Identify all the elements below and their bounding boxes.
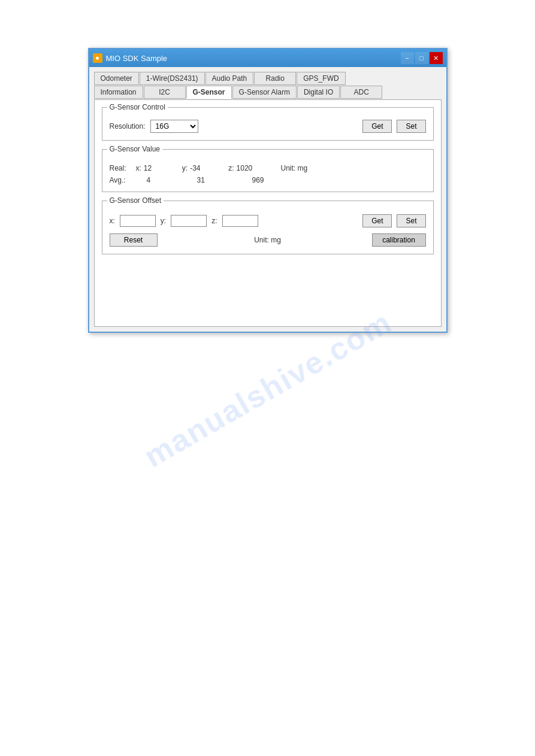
real-y-label: y: [182,164,188,172]
offset-z-input[interactable] [222,215,258,227]
offset-unit-label: Unit: mg [254,236,281,244]
avg-z-value: 969 [252,176,276,184]
tab-gps-fwd[interactable]: GPS_FWD [297,72,345,85]
avg-y-group: 31 [197,176,221,184]
real-z-value: 1020 [237,164,261,172]
resolution-select[interactable]: 2G 4G 8G 16G [150,120,198,133]
window-body: Odometer 1-Wire(DS2431) Audio Path Radio… [89,67,446,332]
gsensor-offset-title: G-Sensor Offset [107,196,164,205]
real-y-value: -34 [190,164,214,172]
real-y-group: y: -34 [182,164,214,172]
close-button[interactable]: ✕ [430,52,443,64]
offset-x-label: x: [110,217,115,225]
tab-row-2: Information I2C G-Sensor G-Sensor Alarm … [94,86,442,99]
offset-z-label: z: [211,217,217,225]
title-bar: ■ MIO SDK Sample − □ ✕ [89,49,446,67]
avg-z-group: 969 [252,176,276,184]
gsensor-offset-group: G-Sensor Offset x: y: z: Get Set Reset U… [102,201,434,254]
tab-digital-io[interactable]: Digital IO [297,86,340,99]
real-x-label: x: [136,164,141,172]
resolution-row: Resolution: 2G 4G 8G 16G Get Set [110,120,426,133]
tab-i2c[interactable]: I2C [144,86,186,99]
tab-gsensor-alarm[interactable]: G-Sensor Alarm [232,86,297,99]
title-bar-left: ■ MIO SDK Sample [93,53,168,63]
tab-odometer[interactable]: Odometer [94,72,139,85]
gsensor-value-group: G-Sensor Value Real: x: 12 y: -34 z: 102… [102,149,434,192]
unit-group: Unit: mg [248,236,281,244]
tab-audio-path[interactable]: Audio Path [205,72,254,85]
avg-value-row: Avg.: 4 31 969 [110,176,426,184]
offset-x-input[interactable] [120,215,156,227]
reset-row: Reset Unit: mg calibration [110,233,426,247]
reset-button[interactable]: Reset [110,233,158,247]
real-z-group: z: 1020 [228,164,260,172]
main-window: ■ MIO SDK Sample − □ ✕ Odometer 1-Wire(D… [88,48,448,333]
app-icon: ■ [93,53,102,63]
tab-information[interactable]: Information [94,86,143,99]
offset-input-row: x: y: z: Get Set [110,214,426,227]
minimize-button[interactable]: − [401,52,414,64]
window-title: MIO SDK Sample [106,54,168,63]
gsensor-control-group: G-Sensor Control Resolution: 2G 4G 8G 16… [102,107,434,141]
avg-y-value: 31 [197,176,221,184]
tab-radio[interactable]: Radio [254,72,296,85]
avg-x-value: 4 [147,176,171,184]
real-label: Real: [110,164,134,172]
resolution-set-button[interactable]: Set [397,120,425,133]
real-z-label: z: [228,164,234,172]
title-bar-controls: − □ ✕ [401,52,443,64]
gsensor-control-title: G-Sensor Control [107,103,168,111]
calibration-button[interactable]: calibration [372,233,426,247]
maximize-button[interactable]: □ [415,52,428,64]
tab-content: G-Sensor Control Resolution: 2G 4G 8G 16… [94,99,442,327]
offset-y-input[interactable] [171,215,207,227]
avg-label: Avg.: [110,176,134,184]
tab-adc[interactable]: ADC [340,86,382,99]
real-x-group: x: 12 [136,164,168,172]
real-unit-label: Unit: mg [281,164,308,172]
offset-y-label: y: [161,217,166,225]
tab-1wire[interactable]: 1-Wire(DS2431) [140,72,205,85]
resolution-label: Resolution: [110,122,146,130]
tab-row-1: Odometer 1-Wire(DS2431) Audio Path Radio… [94,72,442,85]
resolution-get-button[interactable]: Get [362,120,392,133]
tab-gsensor[interactable]: G-Sensor [186,86,232,99]
gsensor-value-title: G-Sensor Value [107,145,163,153]
real-x-value: 12 [144,164,168,172]
offset-get-button[interactable]: Get [362,214,392,227]
offset-set-button[interactable]: Set [397,214,425,227]
real-value-row: Real: x: 12 y: -34 z: 1020 Unit: mg [110,164,426,172]
avg-x-group: 4 [136,176,171,184]
